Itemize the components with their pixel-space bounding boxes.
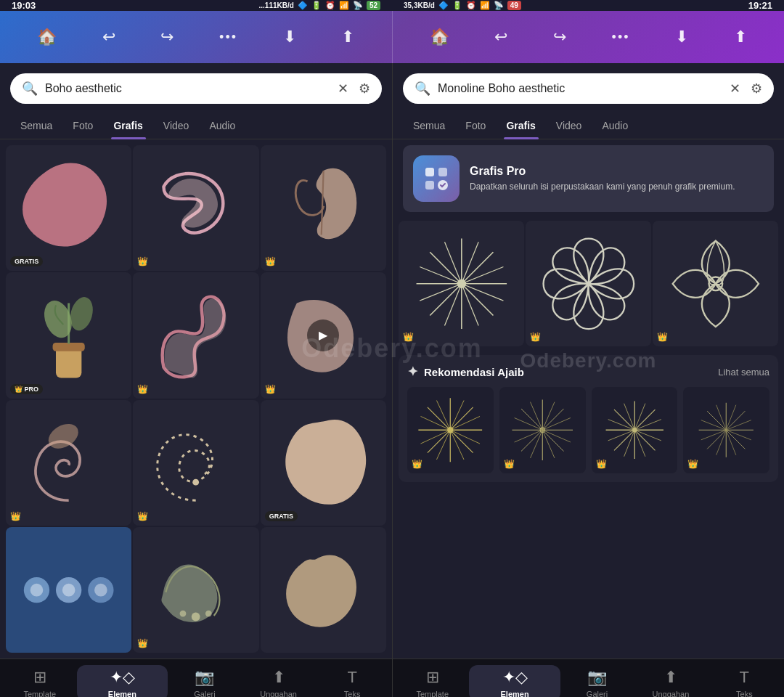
clear-icon-left[interactable]: ✕ xyxy=(338,81,348,97)
nav-template-right[interactable]: ⊞ Template xyxy=(396,668,469,697)
graphic-cell-7[interactable]: 👑 xyxy=(6,400,131,526)
more-icon-left[interactable]: ••• xyxy=(219,30,237,45)
graphic-cell-12[interactable] xyxy=(261,527,386,653)
time-right: 19:21 xyxy=(748,0,772,11)
tab-grafis-right[interactable]: Grafis xyxy=(496,113,545,139)
clear-icon-right[interactable]: ✕ xyxy=(730,81,740,97)
tab-audio-left[interactable]: Audio xyxy=(199,113,245,139)
template-icon-right: ⊞ xyxy=(426,668,439,687)
home-icon-right[interactable]: 🏠 xyxy=(430,28,449,46)
nav-elemen-right[interactable]: ✦◇ Elemen xyxy=(469,665,560,697)
nav-elemen-left[interactable]: ✦◇ Elemen xyxy=(77,665,168,697)
alarm-icon-right: ⏰ xyxy=(466,1,476,10)
right-cell-2[interactable]: 👑 xyxy=(526,221,651,346)
search-text-right[interactable]: Monoline Boho aesthetic xyxy=(438,82,722,95)
battery-icon-left: 🔋 xyxy=(311,1,322,10)
filter-icon-left[interactable]: ⚙ xyxy=(359,81,370,97)
toolbar: 🏠 ↩ ↪ ••• ⬇ ⬆ 🏠 ↩ ↪ ••• ⬇ ⬆ xyxy=(0,11,784,63)
rekom-item-3[interactable]: 👑 xyxy=(592,387,678,473)
share-icon-left[interactable]: ⬆ xyxy=(341,28,354,46)
tab-grafis-left[interactable]: Grafis xyxy=(103,113,152,139)
graphic-cell-9[interactable]: GRATIS xyxy=(261,400,386,526)
svg-rect-17 xyxy=(425,168,434,176)
redo-icon-right[interactable]: ↪ xyxy=(553,28,566,46)
search-bar-left[interactable]: 🔍 Boho aesthetic ✕ ⚙ xyxy=(10,73,382,104)
data-indicator-right: 35,3KB/d xyxy=(404,1,435,9)
nav-galeri-left[interactable]: 📷 Galeri xyxy=(168,668,242,697)
nav-template-left[interactable]: ⊞ Template xyxy=(3,668,77,697)
battery-percent-left: 52 xyxy=(367,1,380,10)
rekom-item-4[interactable]: 👑 xyxy=(683,387,769,473)
elemen-icon-right: ✦◇ xyxy=(502,668,528,687)
redo-icon-left[interactable]: ↪ xyxy=(160,28,173,46)
rekomendasi-title-text: Rekomendasi Ajaib xyxy=(424,366,524,378)
main-content: 🔍 Boho aesthetic ✕ ⚙ Semua Foto Grafis V… xyxy=(0,63,784,659)
download-icon-left[interactable]: ⬇ xyxy=(283,28,296,46)
lihat-semua-button[interactable]: Lihat semua xyxy=(718,367,769,378)
unggahan-icon-left: ⬆ xyxy=(272,668,285,687)
play-button-6[interactable]: ▶ xyxy=(307,319,339,351)
battery-percent-right: 49 xyxy=(507,1,521,10)
time-left: 19:03 xyxy=(12,0,36,11)
graphic-cell-1[interactable]: GRATIS xyxy=(6,145,131,271)
nav-left: ⊞ Template ✦◇ Elemen 📷 Galeri ⬆ Unggahan… xyxy=(0,659,392,697)
nav-teks-right[interactable]: T Teks xyxy=(708,668,781,697)
graphic-cell-10[interactable] xyxy=(6,527,131,653)
right-cell-1[interactable]: 👑 xyxy=(399,221,524,346)
svg-point-11 xyxy=(30,584,44,597)
graphic-cell-8[interactable]: 👑 xyxy=(133,400,258,526)
nav-teks-left[interactable]: T Teks xyxy=(315,668,389,697)
search-text-left[interactable]: Boho aesthetic xyxy=(45,82,330,95)
nav-unggahan-right[interactable]: ⬆ Unggahan xyxy=(634,668,707,697)
tab-video-left[interactable]: Video xyxy=(153,113,200,139)
tab-foto-left[interactable]: Foto xyxy=(62,113,103,139)
crown-right-2: 👑 xyxy=(530,332,541,342)
graphic-cell-3[interactable]: 👑 xyxy=(261,145,386,271)
graphic-cell-6[interactable]: ▶ 👑 xyxy=(261,272,386,398)
rekom-item-2[interactable]: 👑 xyxy=(499,387,586,473)
galeri-label-left: Galeri xyxy=(194,690,215,697)
crown-badge-6: 👑 xyxy=(265,384,276,394)
tab-semua-left[interactable]: Semua xyxy=(10,113,62,139)
tabs-right: Semua Foto Grafis Video Audio xyxy=(393,110,784,139)
right-cell-3[interactable]: 👑 xyxy=(653,221,778,346)
crown-badge-2: 👑 xyxy=(137,256,148,266)
graphic-cell-4[interactable]: 👑 PRO xyxy=(6,272,131,398)
signal-icon: 📶 xyxy=(339,1,349,10)
gratis-badge-9: GRATIS xyxy=(265,511,298,521)
undo-icon-left[interactable]: ↩ xyxy=(102,28,115,46)
share-icon-right[interactable]: ⬆ xyxy=(734,28,747,46)
graphic-cell-11[interactable]: 👑 xyxy=(133,527,258,653)
rekom-item-1[interactable]: 👑 xyxy=(407,387,494,473)
rekomendasi-section: ✦ Rekomendasi Ajaib Lihat semua xyxy=(399,355,778,482)
battery-icon-right: 🔋 xyxy=(452,1,462,10)
tab-audio-right[interactable]: Audio xyxy=(592,113,638,139)
svg-point-7 xyxy=(193,478,200,485)
grafis-pro-card[interactable]: Grafis Pro Dapatkan seluruh isi perpusta… xyxy=(403,145,774,212)
search-bar-right[interactable]: 🔍 Monoline Boho aesthetic ✕ ⚙ xyxy=(403,73,774,104)
nav-galeri-right[interactable]: 📷 Galeri xyxy=(560,668,634,697)
graphic-cell-5[interactable]: 👑 xyxy=(133,272,258,398)
more-icon-right[interactable]: ••• xyxy=(612,30,630,45)
search-icon-left: 🔍 xyxy=(22,81,38,97)
filter-icon-right[interactable]: ⚙ xyxy=(751,81,762,97)
tab-foto-right[interactable]: Foto xyxy=(455,113,496,139)
download-icon-right[interactable]: ⬇ xyxy=(675,28,688,46)
teks-label-right: Teks xyxy=(736,690,753,697)
nav-unggahan-left[interactable]: ⬆ Unggahan xyxy=(242,668,316,697)
bottom-nav: ⊞ Template ✦◇ Elemen 📷 Galeri ⬆ Unggahan… xyxy=(0,659,784,697)
home-icon-left[interactable]: 🏠 xyxy=(37,28,57,46)
gratis-badge-1: GRATIS xyxy=(10,256,43,266)
status-left: 19:03 ...111KB/d 🔷 🔋 ⏰ 📶 📡 52 xyxy=(0,0,392,11)
tab-video-right[interactable]: Video xyxy=(546,113,592,139)
svg-point-29 xyxy=(457,279,465,288)
panel-right: 🔍 Monoline Boho aesthetic ✕ ⚙ Semua Foto… xyxy=(392,63,784,659)
graphic-cell-2[interactable]: 👑 xyxy=(133,145,258,271)
undo-icon-right[interactable]: ↩ xyxy=(494,28,507,46)
template-icon-left: ⊞ xyxy=(33,668,46,687)
elemen-icon-left: ✦◇ xyxy=(110,668,135,687)
grafis-pro-text: Grafis Pro Dapatkan seluruh isi perpusta… xyxy=(470,165,735,193)
data-indicator-left: ...111KB/d xyxy=(259,1,294,9)
rekomendasi-title: ✦ Rekomendasi Ajaib xyxy=(407,364,524,380)
tab-semua-right[interactable]: Semua xyxy=(403,113,455,139)
